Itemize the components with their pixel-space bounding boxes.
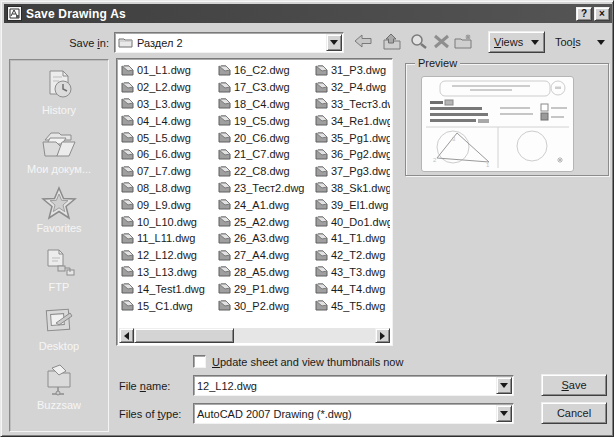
folder-up-icon [382,33,402,52]
save-button[interactable]: Save [541,374,607,396]
files-of-type-dropdown-button[interactable] [496,405,512,422]
sidebar-item-my-documents[interactable]: Мои докум... [13,125,105,184]
preview-thumbnail: 3 2 1 [421,76,574,172]
update-thumbnails-label[interactable]: Update sheet and view thumbnails now [212,356,403,368]
places-sidebar: History Мои докум... Favorites FTP Deskt… [9,59,109,432]
dwg-file-icon [315,214,328,229]
back-button[interactable] [350,31,375,53]
file-item[interactable]: 36_Pg2.dwg [315,146,390,163]
dwg-file-icon [121,63,134,78]
folder-icon [118,36,133,50]
file-name-label: 09_L9.dwg [137,199,191,211]
window-title: Save Drawing As [26,7,574,21]
file-name-combobox[interactable]: 12_L12.dwg [193,375,514,396]
tools-button[interactable]: Tools [550,31,610,53]
file-item[interactable]: 31_P3.dwg [315,62,390,79]
file-name-label: 22_C8.dwg [234,165,290,177]
title-bar[interactable]: Save Drawing As ? × [4,4,612,23]
search-button[interactable] [406,31,431,53]
dwg-file-icon [218,264,231,279]
file-item[interactable]: 44_T4.dwg [315,280,390,297]
file-name-label: 42_T2.dwg [331,249,385,261]
file-name-label: 03_L3.dwg [137,98,191,110]
views-button[interactable]: Views [488,31,545,53]
scroll-left-arrow-icon [124,332,129,340]
file-name-label: 04_L4.dwg [137,115,191,127]
dwg-file-icon [315,197,328,212]
file-list-viewport: 01_L1.dwg 02_L2.dwg 03_L3.dwg 04_L4.dwg … [119,62,390,327]
favorites-star-icon [41,184,77,222]
sidebar-item-ftp[interactable]: FTP [13,243,105,302]
history-icon [42,66,76,104]
file-item[interactable]: 33_Тест3.dwg [315,96,390,113]
file-item[interactable]: 42_T2.dwg [315,247,390,264]
scrollbar-thumb[interactable] [134,328,234,343]
file-item[interactable]: 32_P4.dwg [315,79,390,96]
file-item[interactable]: 41_T1.dwg [315,230,390,247]
file-item[interactable]: 45_T5.dwg [315,297,390,314]
file-name-label: 23_Тест2.dwg [234,182,304,194]
file-name-label: 32_P4.dwg [331,81,386,93]
back-arrow-icon [353,33,373,51]
file-name-label: 36_Pg2.dwg [331,148,390,160]
file-name-label: 07_L7.dwg [137,165,191,177]
dwg-file-icon [315,96,328,111]
file-name-dropdown-button[interactable] [496,377,512,394]
buzzsaw-icon [42,361,76,399]
file-item[interactable]: 35_Pg1.dwg [315,129,390,146]
file-name-label: 27_A4.dwg [234,249,289,261]
files-of-type-combobox[interactable]: AutoCAD 2007 Drawing (*.dwg) [193,403,514,424]
file-name-label: 25_A2.dwg [234,216,289,228]
dwg-file-icon [121,264,134,279]
new-folder-icon [453,33,474,52]
magnifier-icon [409,33,428,52]
file-item[interactable]: 37_Pg3.dwg [315,163,390,180]
sidebar-item-buzzsaw[interactable]: Buzzsaw [13,361,105,420]
preview-group: Preview [405,63,609,176]
file-item[interactable]: 38_Sk1.dwg [315,180,390,197]
dwg-file-icon [315,63,328,78]
file-item[interactable]: 40_Do1.dwg [315,213,390,230]
save-in-combobox[interactable]: Раздел 2 [114,32,344,53]
save-in-dropdown-button[interactable] [326,34,342,51]
sidebar-item-desktop[interactable]: Desktop [13,302,105,361]
files-of-type-value: AutoCAD 2007 Drawing (*.dwg) [194,408,496,420]
dwg-file-icon [315,80,328,95]
dwg-file-icon [315,113,328,128]
scrollbar-track[interactable] [234,328,375,343]
sidebar-item-history[interactable]: History [13,66,105,125]
close-button[interactable]: × [594,7,610,21]
scroll-right-button[interactable] [375,328,390,343]
file-item[interactable]: 43_T3.dwg [315,264,390,281]
sidebar-item-favorites[interactable]: Favorites [13,184,105,243]
dwg-file-icon [121,164,134,179]
file-name-label: 31_P3.dwg [331,64,386,76]
dwg-file-icon [218,113,231,128]
update-thumbnails-checkbox[interactable] [193,355,206,368]
help-button[interactable]: ? [576,7,592,21]
views-dropdown-arrow-icon [531,40,539,45]
svg-text:1: 1 [486,162,490,168]
file-name-label: 29_P1.dwg [234,283,289,295]
file-name-label: 14_Test1.dwg [137,283,205,295]
dwg-file-icon [218,180,231,195]
file-item[interactable]: 39_El1.dwg [315,196,390,213]
scroll-left-button[interactable] [119,328,134,343]
file-name-label: 19_C5.dwg [234,115,290,127]
file-item[interactable]: 34_Re1.dwg [315,112,390,129]
tools-label: Tools [555,36,581,48]
create-new-folder-button[interactable] [451,31,476,53]
up-one-level-button[interactable] [379,31,404,53]
tools-dropdown-arrow-icon [597,40,605,45]
cancel-button[interactable]: Cancel [541,402,607,424]
file-name-label: 02_L2.dwg [137,81,191,93]
dwg-file-icon [218,248,231,263]
horizontal-scrollbar[interactable] [119,328,390,343]
file-name-label: 45_T5.dwg [331,300,385,312]
file-name-label: 21_C7.dwg [234,148,290,160]
dwg-file-icon [218,130,231,145]
views-label: Views [494,36,523,48]
dwg-file-icon [218,164,231,179]
file-name-label: File name: [119,380,170,392]
dwg-file-icon [121,214,134,229]
